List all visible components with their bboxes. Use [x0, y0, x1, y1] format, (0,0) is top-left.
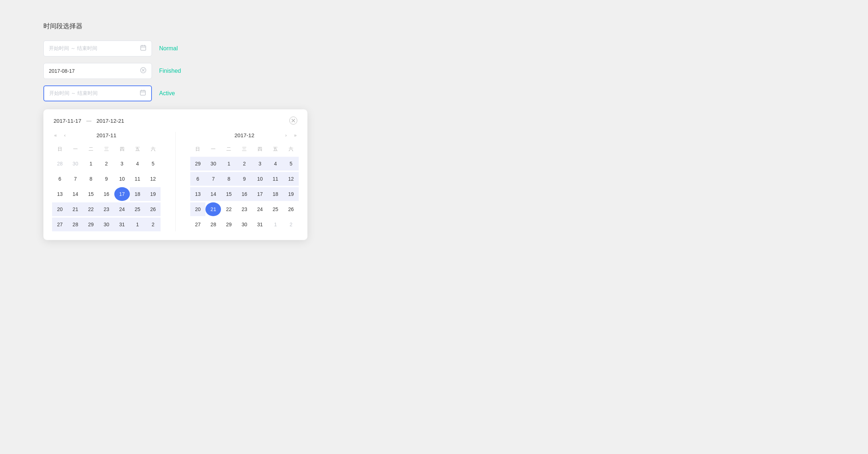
- day-cell[interactable]: 21: [68, 202, 83, 216]
- day-cell[interactable]: 30: [237, 218, 252, 231]
- right-next-month-btn[interactable]: ›: [283, 132, 289, 139]
- day-cell[interactable]: 13: [190, 187, 206, 201]
- day-cell[interactable]: 27: [52, 218, 68, 231]
- right-days[interactable]: 2930123456789101112131415161718192021222…: [190, 157, 299, 231]
- day-cell[interactable]: 17: [114, 187, 130, 201]
- day-cell[interactable]: 14: [205, 187, 221, 201]
- day-cell[interactable]: 31: [114, 218, 130, 231]
- day-cell[interactable]: 5: [283, 157, 299, 171]
- day-cell[interactable]: 9: [99, 172, 114, 186]
- day-cell[interactable]: 19: [283, 187, 299, 201]
- calendar-clear-button[interactable]: [289, 117, 297, 125]
- day-cell[interactable]: 9: [237, 172, 252, 186]
- left-prev-year-btn[interactable]: «: [52, 132, 59, 139]
- day-cell[interactable]: 18: [130, 187, 145, 201]
- day-cell[interactable]: 4: [268, 157, 283, 171]
- day-cell[interactable]: 28: [205, 218, 221, 231]
- day-cell[interactable]: 20: [190, 202, 206, 216]
- day-cell[interactable]: 3: [252, 157, 268, 171]
- right-calendar: « ‹ 2017-12 › » 日一二三四五六 2930123456789101…: [190, 132, 299, 231]
- finished-clear-icon[interactable]: [140, 67, 146, 75]
- right-calendar-grid: 日一二三四五六 29301234567891011121314151617181…: [190, 144, 299, 231]
- weekday-label: 一: [68, 144, 83, 154]
- normal-state-label: Normal: [159, 45, 188, 52]
- day-cell[interactable]: 5: [145, 157, 161, 171]
- calendars-container: « ‹ 2017-11 › » 日一二三四五六 2830123456789101…: [52, 132, 299, 231]
- weekday-label: 六: [145, 144, 161, 154]
- day-cell[interactable]: 12: [283, 172, 299, 186]
- day-cell[interactable]: 2: [145, 218, 161, 231]
- day-cell[interactable]: 8: [221, 172, 237, 186]
- finished-date-input[interactable]: 2017-08-17: [43, 63, 152, 79]
- day-cell[interactable]: 2: [237, 157, 252, 171]
- day-cell[interactable]: 1: [130, 218, 145, 231]
- calendar-popup: 2017-11-17 — 2017-12-21 « ‹ 2017-11 ›: [43, 109, 307, 240]
- day-cell[interactable]: 27: [190, 218, 206, 231]
- day-cell[interactable]: 31: [252, 218, 268, 231]
- day-cell[interactable]: 24: [114, 202, 130, 216]
- day-cell[interactable]: 7: [68, 172, 83, 186]
- day-cell[interactable]: 25: [130, 202, 145, 216]
- left-weekdays: 日一二三四五六: [52, 144, 161, 154]
- day-cell[interactable]: 16: [99, 187, 114, 201]
- normal-date-input[interactable]: 开始时间 ～ 结束时间: [43, 41, 152, 56]
- day-cell[interactable]: 25: [268, 202, 283, 216]
- day-cell[interactable]: 10: [252, 172, 268, 186]
- day-cell[interactable]: 2: [99, 157, 114, 171]
- day-cell[interactable]: 3: [114, 157, 130, 171]
- left-calendar-title: 2017-11: [71, 132, 142, 138]
- weekday-label: 日: [190, 144, 206, 154]
- day-cell[interactable]: 1: [83, 157, 99, 171]
- day-cell[interactable]: 30: [205, 157, 221, 171]
- day-cell[interactable]: 16: [237, 187, 252, 201]
- day-cell[interactable]: 22: [83, 202, 99, 216]
- day-cell[interactable]: 29: [190, 157, 206, 171]
- day-cell[interactable]: 30: [68, 157, 83, 171]
- day-cell[interactable]: 11: [130, 172, 145, 186]
- svg-rect-0: [141, 46, 146, 50]
- right-calendar-header: « ‹ 2017-12 › »: [190, 132, 299, 139]
- day-cell[interactable]: 1: [221, 157, 237, 171]
- range-arrow: —: [86, 118, 92, 123]
- day-cell[interactable]: 1: [268, 218, 283, 231]
- day-cell[interactable]: 22: [221, 202, 237, 216]
- right-next-year-btn[interactable]: »: [292, 132, 299, 139]
- day-cell[interactable]: 21: [205, 202, 221, 216]
- left-prev-month-btn[interactable]: ‹: [62, 132, 68, 139]
- day-cell[interactable]: 18: [268, 187, 283, 201]
- day-cell[interactable]: 23: [237, 202, 252, 216]
- day-cell[interactable]: 12: [145, 172, 161, 186]
- finished-value: 2017-08-17: [49, 68, 75, 74]
- day-cell[interactable]: 13: [52, 187, 68, 201]
- day-cell[interactable]: 26: [283, 202, 299, 216]
- day-cell[interactable]: 28: [68, 218, 83, 231]
- day-cell[interactable]: 2: [283, 218, 299, 231]
- day-cell[interactable]: 30: [99, 218, 114, 231]
- day-cell[interactable]: 26: [145, 202, 161, 216]
- day-cell[interactable]: 20: [52, 202, 68, 216]
- day-cell[interactable]: 4: [130, 157, 145, 171]
- right-weekdays: 日一二三四五六: [190, 144, 299, 154]
- normal-row: 开始时间 ～ 结束时间 Normal: [43, 41, 307, 56]
- day-cell[interactable]: 10: [114, 172, 130, 186]
- day-cell[interactable]: 11: [268, 172, 283, 186]
- left-calendar-grid: 日一二三四五六 28301234567891011121314151617181…: [52, 144, 161, 231]
- day-cell[interactable]: 7: [205, 172, 221, 186]
- day-cell[interactable]: 6: [190, 172, 206, 186]
- day-cell[interactable]: 17: [252, 187, 268, 201]
- day-cell[interactable]: 29: [83, 218, 99, 231]
- active-date-input[interactable]: 开始时间 ～ 结束时间: [43, 85, 152, 101]
- day-cell[interactable]: 8: [83, 172, 99, 186]
- day-cell[interactable]: 23: [99, 202, 114, 216]
- day-cell[interactable]: 14: [68, 187, 83, 201]
- day-cell[interactable]: 29: [221, 218, 237, 231]
- day-cell[interactable]: 15: [83, 187, 99, 201]
- day-cell[interactable]: 24: [252, 202, 268, 216]
- day-cell[interactable]: 6: [52, 172, 68, 186]
- day-cell[interactable]: 28: [52, 157, 68, 171]
- day-cell[interactable]: 19: [145, 187, 161, 201]
- active-row: 开始时间 ～ 结束时间 Active: [43, 85, 307, 101]
- day-cell[interactable]: 15: [221, 187, 237, 201]
- left-days[interactable]: 2830123456789101112131415161718192021222…: [52, 157, 161, 231]
- weekday-label: 二: [83, 144, 99, 154]
